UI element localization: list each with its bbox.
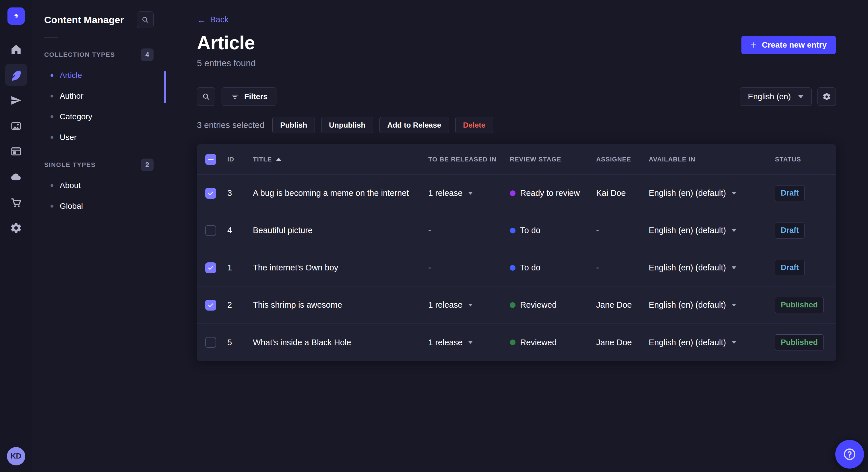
rail-item-media-library[interactable] xyxy=(5,115,27,137)
subnav-section: COLLECTION TYPES4ArticleAuthorCategoryUs… xyxy=(32,48,165,148)
row-checkbox[interactable] xyxy=(205,188,216,199)
select-all-checkbox[interactable] xyxy=(205,154,216,165)
table-row[interactable]: 5What's inside a Black Hole1 releaseRevi… xyxy=(197,324,836,361)
chevron-down-icon xyxy=(732,304,736,307)
subnav-divider xyxy=(44,37,58,38)
cell-assignee: Jane Doe xyxy=(596,300,649,310)
section-count-badge: 2 xyxy=(141,159,154,171)
locale-label: English (en) (default) xyxy=(649,338,726,347)
gear-icon xyxy=(10,222,22,234)
user-avatar[interactable]: KD xyxy=(7,447,25,465)
section-items: ArticleAuthorCategoryUser xyxy=(32,65,165,148)
sort-asc-icon xyxy=(276,158,282,161)
table-row[interactable]: 4Beautiful picture-To do-English (en) (d… xyxy=(197,212,836,249)
cell-to-be-released-in: - xyxy=(428,226,510,235)
row-checkbox[interactable] xyxy=(205,300,216,310)
rail-item-content-manager[interactable] xyxy=(5,64,27,86)
locale-label: English (en) (default) xyxy=(649,263,726,272)
column-header-to-be-released-in[interactable]: TO BE RELEASED IN xyxy=(428,156,510,163)
cell-title: What's inside a Black Hole xyxy=(253,338,428,347)
sidebar-item-article[interactable]: Article xyxy=(32,65,165,86)
strapi-logo[interactable] xyxy=(7,7,25,25)
locale-dropdown[interactable]: English (en) xyxy=(740,88,812,106)
cell-available-in[interactable]: English (en) (default) xyxy=(649,226,775,235)
release-value: 1 release xyxy=(428,338,462,347)
paper-plane-icon xyxy=(10,94,22,106)
selection-summary: 3 entries selected xyxy=(197,120,265,130)
sidebar-item-user[interactable]: User xyxy=(32,127,165,148)
stage-label: To do xyxy=(520,226,540,235)
sidebar-item-about[interactable]: About xyxy=(32,175,165,196)
search-button[interactable] xyxy=(197,88,215,106)
rail-item-content-type-builder[interactable] xyxy=(5,140,27,162)
cell-available-in[interactable]: English (en) (default) xyxy=(649,300,775,310)
table-row[interactable]: 3A bug is becoming a meme on the interne… xyxy=(197,175,836,212)
help-button[interactable] xyxy=(835,440,864,469)
rail-icon-nav xyxy=(5,38,27,440)
cell-to-be-released-in[interactable]: 1 release xyxy=(428,300,510,310)
column-header-assignee[interactable]: ASSIGNEE xyxy=(596,156,649,163)
sidebar-item-author[interactable]: Author xyxy=(32,86,165,106)
section-header: SINGLE TYPES2 xyxy=(32,159,165,171)
sidebar-item-global[interactable]: Global xyxy=(32,196,165,216)
rail-item-marketplace[interactable] xyxy=(5,192,27,213)
cell-available-in[interactable]: English (en) (default) xyxy=(649,189,775,198)
check-icon xyxy=(207,264,214,272)
section-label: COLLECTION TYPES xyxy=(44,51,115,59)
cell-status: Published xyxy=(775,297,828,313)
search-icon xyxy=(141,16,149,24)
rail-item-deploy[interactable] xyxy=(5,166,27,188)
row-checkbox[interactable] xyxy=(205,262,216,273)
rail-item-settings[interactable] xyxy=(5,217,27,239)
bullet-icon xyxy=(51,184,53,187)
indeterminate-dash-icon xyxy=(208,159,214,160)
question-mark-icon xyxy=(843,447,857,461)
chevron-down-icon xyxy=(468,304,473,307)
row-checkbox[interactable] xyxy=(205,225,216,236)
column-header-id[interactable]: ID xyxy=(227,156,253,163)
stage-dot-icon xyxy=(510,191,516,196)
main-nav-rail: KD xyxy=(0,0,32,472)
cell-to-be-released-in: - xyxy=(428,263,510,272)
cell-id: 3 xyxy=(227,189,253,198)
stage-label: Reviewed xyxy=(520,300,557,310)
rail-item-releases[interactable] xyxy=(5,90,27,111)
home-icon xyxy=(10,43,22,55)
bullet-icon xyxy=(51,115,53,118)
rail-item-home[interactable] xyxy=(5,38,27,60)
create-new-entry-label: Create new entry xyxy=(762,40,827,49)
row-checkbox[interactable] xyxy=(205,337,216,348)
section-header: COLLECTION TYPES4 xyxy=(32,48,165,61)
feather-icon xyxy=(10,69,22,81)
cell-available-in[interactable]: English (en) (default) xyxy=(649,338,775,347)
add-to-release-button[interactable]: Add to Release xyxy=(379,117,449,133)
rail-bottom: KD xyxy=(0,440,32,472)
sidebar-item-label: Global xyxy=(60,202,83,211)
column-header-title[interactable]: TITLE xyxy=(253,156,428,163)
subnav-search-button[interactable] xyxy=(137,11,154,28)
cell-assignee: - xyxy=(596,263,649,272)
publish-button[interactable]: Publish xyxy=(272,117,315,133)
create-new-entry-button[interactable]: + Create new entry xyxy=(741,36,836,54)
column-header-review-stage[interactable]: REVIEW STAGE xyxy=(510,156,596,163)
sidebar-item-category[interactable]: Category xyxy=(32,106,165,127)
column-header-available-in[interactable]: AVAILABLE IN xyxy=(649,156,775,163)
cell-status: Draft xyxy=(775,223,828,239)
view-settings-button[interactable] xyxy=(817,88,836,106)
delete-button[interactable]: Delete xyxy=(455,117,493,133)
cell-to-be-released-in[interactable]: 1 release xyxy=(428,189,510,198)
section-count-badge: 4 xyxy=(141,48,154,61)
stage-dot-icon xyxy=(510,302,516,308)
locale-label: English (en) (default) xyxy=(649,300,726,310)
cell-available-in[interactable]: English (en) (default) xyxy=(649,263,775,272)
unpublish-button[interactable]: Unpublish xyxy=(321,117,373,133)
back-link[interactable]: ← Back xyxy=(197,15,228,24)
column-header-status[interactable]: STATUS xyxy=(775,156,828,163)
filters-button[interactable]: Filters xyxy=(222,88,276,106)
cell-to-be-released-in[interactable]: 1 release xyxy=(428,338,510,347)
table-row[interactable]: 2This shrimp is awesome1 releaseReviewed… xyxy=(197,286,836,324)
chevron-down-icon xyxy=(732,341,736,344)
table-row[interactable]: 1The internet's Own boy-To do-English (e… xyxy=(197,249,836,286)
cell-status: Draft xyxy=(775,185,828,201)
cell-review-stage: To do xyxy=(510,226,596,235)
